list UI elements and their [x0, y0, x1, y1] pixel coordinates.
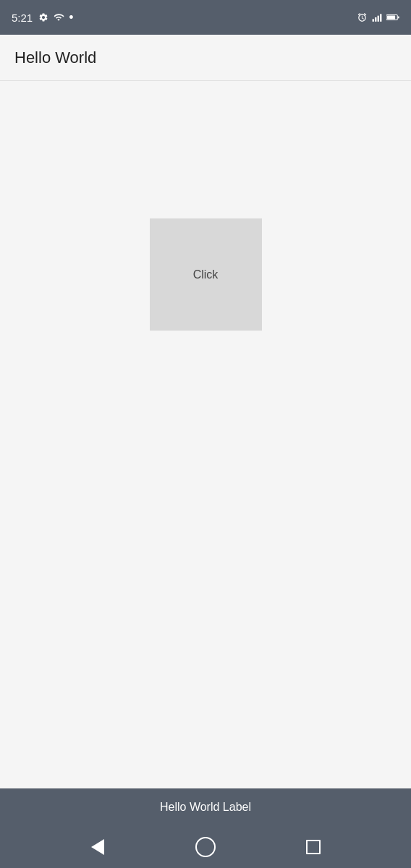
- status-icons-right: [357, 12, 399, 22]
- status-time: 5:21: [12, 12, 33, 24]
- svg-rect-6: [398, 17, 399, 19]
- main-content: Click: [0, 81, 411, 788]
- signal-bars-icon: [372, 12, 382, 22]
- app-bar: Hello World: [0, 35, 411, 81]
- app-bar-title: Hello World: [14, 48, 96, 67]
- wifi-icon: [53, 12, 64, 22]
- bottom-label-bar: Hello World Label: [0, 788, 411, 826]
- status-bar-left: 5:21 •: [12, 11, 74, 24]
- gear-icon: [38, 12, 48, 22]
- status-icons-left: •: [38, 11, 73, 24]
- nav-home-button[interactable]: [188, 830, 223, 864]
- svg-rect-0: [373, 19, 374, 22]
- click-button[interactable]: Click: [150, 218, 262, 331]
- nav-bar: [0, 826, 411, 868]
- nav-recents-button[interactable]: [296, 830, 331, 864]
- status-bar: 5:21 •: [0, 0, 411, 35]
- dot-icon: •: [69, 11, 73, 24]
- svg-rect-3: [380, 14, 381, 21]
- alarm-icon: [357, 12, 368, 22]
- home-circle-icon: [195, 837, 216, 857]
- back-arrow-icon: [91, 839, 104, 855]
- svg-rect-1: [375, 17, 376, 22]
- svg-rect-2: [378, 16, 379, 22]
- svg-rect-5: [387, 16, 395, 20]
- recents-square-icon: [306, 840, 321, 854]
- nav-back-button[interactable]: [80, 830, 115, 864]
- bottom-label-text: Hello World Label: [160, 801, 251, 814]
- battery-icon: [386, 13, 399, 22]
